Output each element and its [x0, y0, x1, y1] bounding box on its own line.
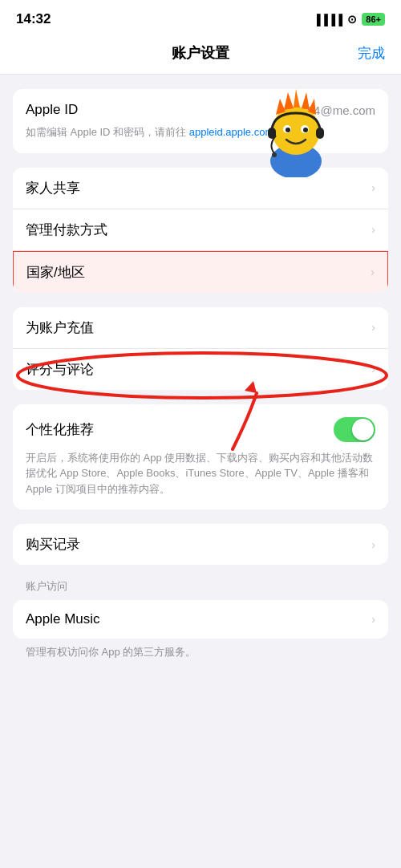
apple-music-label: Apple Music: [26, 611, 100, 627]
personalization-row: 个性化推荐: [26, 417, 375, 442]
chevron-icon: ›: [371, 538, 375, 551]
chevron-icon: ›: [371, 321, 375, 334]
apple-music-row[interactable]: Apple Music ›: [13, 600, 388, 639]
apple-id-hint-text: 如需编辑 Apple ID 和密码，请前往: [26, 126, 186, 138]
top-up-row[interactable]: 为账户充值 ›: [13, 307, 388, 349]
ratings-label: 评分与评论: [26, 360, 94, 379]
toggle-knob: [352, 419, 374, 440]
menu-group-1: 家人共享 › 管理付款方式 › 国家/地区 ›: [13, 168, 388, 293]
account-access-footer: 管理有权访问你 App 的第三方服务。: [13, 645, 388, 659]
svg-point-13: [272, 152, 277, 157]
family-sharing-label: 家人共享: [26, 179, 80, 197]
payment-label: 管理付款方式: [26, 221, 107, 239]
apple-id-label: Apple ID: [26, 102, 78, 118]
account-access-card: Apple Music ›: [13, 600, 388, 639]
account-access-section: 账户访问 Apple Music › 管理有权访问你 App 的第三方服务。: [13, 579, 388, 659]
status-icons: ▐▐▐▐ ⊙ 86+: [313, 13, 385, 26]
account-access-section-label: 账户访问: [13, 579, 388, 594]
done-button[interactable]: 完成: [358, 44, 385, 63]
purchase-history-label: 购买记录: [26, 535, 80, 554]
personalization-label: 个性化推荐: [26, 420, 94, 439]
wifi-icon: ⊙: [347, 13, 357, 26]
chevron-icon: ›: [371, 363, 375, 375]
apple-id-email: ·····84@me.com: [290, 103, 375, 117]
top-up-label: 为账户充值: [26, 318, 94, 337]
apple-id-card: Apple ID ·····84@me.com 如需编辑 Apple ID 和密…: [13, 89, 388, 153]
country-region-label: 国家/地区: [26, 263, 85, 282]
purchase-history-row[interactable]: 购买记录 ›: [13, 524, 388, 565]
family-sharing-row[interactable]: 家人共享 ›: [13, 168, 388, 209]
personalization-description: 开启后，系统将使用你的 App 使用数据、下载内容、购买内容和其他活动数据优化 …: [26, 450, 375, 497]
status-bar: 14:32 ▐▐▐▐ ⊙ 86+: [0, 0, 401, 35]
apple-id-row: Apple ID ·····84@me.com: [26, 102, 375, 118]
chevron-icon: ›: [371, 613, 375, 626]
apple-id-link[interactable]: appleid.apple.com: [189, 126, 274, 138]
personalization-card: 个性化推荐 开启后，系统将使用你的 App 使用数据、下载内容、购买内容和其他活…: [13, 404, 388, 510]
nav-bar: 账户设置 完成: [0, 35, 401, 75]
apple-id-hint: 如需编辑 Apple ID 和密码，请前往 appleid.apple.com …: [26, 124, 375, 140]
signal-icon: ▐▐▐▐: [313, 14, 342, 26]
page-title: 账户设置: [172, 43, 229, 63]
purchase-history-card: 购买记录 ›: [13, 524, 388, 565]
ratings-row[interactable]: 评分与评论 ›: [13, 349, 388, 390]
country-region-row[interactable]: 国家/地区 ›: [13, 251, 388, 293]
chevron-icon: ›: [371, 181, 375, 194]
menu-group-2: 为账户充值 › 评分与评论 ›: [13, 307, 388, 390]
payment-row[interactable]: 管理付款方式 ›: [13, 209, 388, 251]
status-time: 14:32: [16, 11, 51, 27]
content-area: Apple ID ·····84@me.com 如需编辑 Apple ID 和密…: [0, 75, 401, 674]
battery-badge: 86+: [362, 13, 385, 26]
chevron-icon: ›: [371, 266, 375, 278]
apple-id-link-suffix: 。: [277, 126, 287, 138]
chevron-icon: ›: [371, 223, 375, 236]
personalization-toggle[interactable]: [334, 417, 375, 442]
